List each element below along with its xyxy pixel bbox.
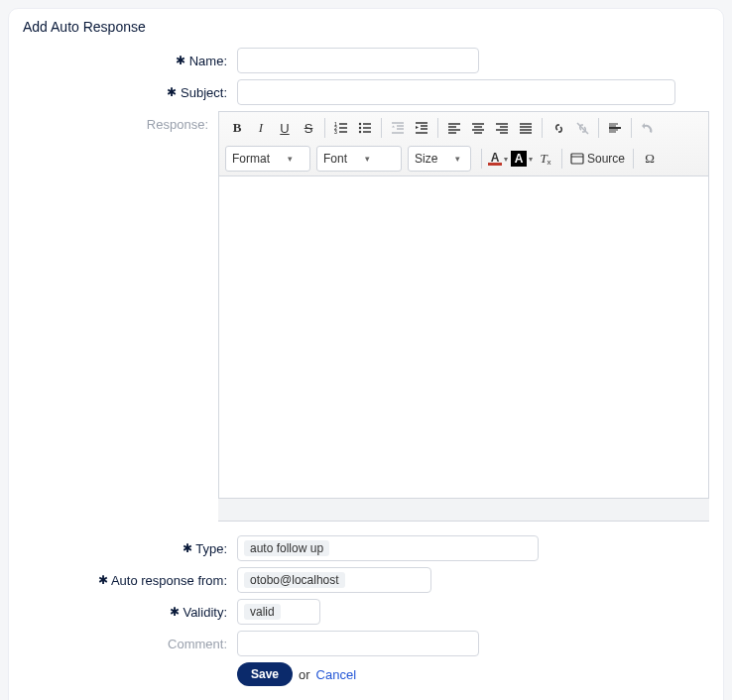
separator [481, 149, 482, 169]
editor-toolbar: B I U S 123 [219, 112, 708, 176]
bold-button[interactable]: B [225, 116, 249, 140]
label-from: ✱ Auto response from: [23, 567, 237, 589]
row-actions: Save or Cancel [9, 659, 723, 689]
svg-text:3: 3 [334, 129, 337, 135]
editor-body[interactable] [219, 176, 708, 498]
separator [437, 118, 438, 138]
rich-text-editor: B I U S 123 [218, 111, 709, 498]
label-subject: ✱ Subject: [23, 79, 237, 101]
bg-color-button[interactable]: A▾ [510, 147, 534, 171]
row-comment: Comment: [9, 628, 723, 659]
format-dropdown[interactable]: Format▾ [225, 146, 310, 172]
form-actions: Save or Cancel [237, 662, 356, 686]
type-select[interactable]: auto follow up [237, 535, 539, 561]
font-dropdown[interactable]: Font▾ [316, 146, 402, 172]
label-type: ✱ Type: [23, 535, 237, 557]
row-validity: ✱ Validity: valid [9, 596, 723, 628]
separator [542, 118, 543, 138]
align-left-button[interactable] [442, 116, 466, 140]
separator [561, 149, 562, 169]
align-justify-button[interactable] [514, 116, 538, 140]
row-response: Response: B I U S 123 [9, 108, 723, 525]
subject-input[interactable] [237, 79, 675, 105]
from-value: otobo@localhost [244, 572, 345, 588]
separator [631, 118, 632, 138]
svg-point-9 [359, 123, 361, 125]
align-right-button[interactable] [490, 116, 514, 140]
row-from: ✱ Auto response from: otobo@localhost [9, 564, 723, 596]
label-name: ✱ Name: [23, 48, 237, 69]
svg-point-10 [359, 127, 361, 129]
source-button[interactable]: Source [566, 147, 629, 171]
underline-button[interactable]: U [273, 116, 297, 140]
link-button[interactable] [547, 116, 570, 140]
indent-button[interactable] [410, 116, 433, 140]
save-button[interactable]: Save [237, 662, 293, 686]
italic-button[interactable]: I [249, 116, 273, 140]
size-dropdown[interactable]: Size▾ [408, 146, 471, 172]
editor-status-bar [218, 498, 709, 522]
svg-point-11 [359, 131, 361, 133]
add-auto-response-panel: Add Auto Response ✱ Name: ✱ Subject: Res… [8, 8, 724, 700]
separator [633, 149, 634, 169]
outdent-button[interactable] [386, 116, 410, 140]
row-subject: ✱ Subject: [9, 76, 723, 108]
separator [324, 118, 325, 138]
ordered-list-button[interactable]: 123 [329, 116, 353, 140]
unlink-button[interactable] [570, 116, 594, 140]
or-text: or [299, 667, 310, 682]
cancel-link[interactable]: Cancel [316, 667, 356, 682]
unordered-list-button[interactable] [353, 116, 377, 140]
panel-title: Add Auto Response [9, 19, 723, 45]
from-select[interactable]: otobo@localhost [237, 567, 431, 593]
validity-value: valid [244, 604, 281, 620]
editor-container: B I U S 123 [218, 111, 709, 522]
separator [598, 118, 599, 138]
name-input[interactable] [237, 48, 479, 73]
undo-button[interactable] [636, 116, 660, 140]
svg-marker-16 [392, 126, 395, 128]
type-value: auto follow up [244, 540, 329, 556]
remove-format-button[interactable]: Tx [534, 147, 557, 171]
horizontal-rule-button[interactable] [603, 116, 627, 140]
row-name: ✱ Name: [9, 45, 723, 76]
validity-select[interactable]: valid [237, 599, 320, 625]
row-type: ✱ Type: auto follow up [9, 532, 723, 564]
separator [381, 118, 382, 138]
svg-rect-44 [571, 154, 583, 164]
special-char-button[interactable]: Ω [638, 147, 662, 171]
comment-input[interactable] [237, 631, 479, 656]
text-color-button[interactable]: A▾ [486, 147, 510, 171]
align-center-button[interactable] [466, 116, 490, 140]
label-validity: ✱ Validity: [23, 599, 237, 621]
label-response: Response: [23, 111, 218, 132]
strike-button[interactable]: S [297, 116, 320, 140]
svg-marker-21 [416, 126, 419, 129]
label-comment: Comment: [23, 631, 237, 651]
